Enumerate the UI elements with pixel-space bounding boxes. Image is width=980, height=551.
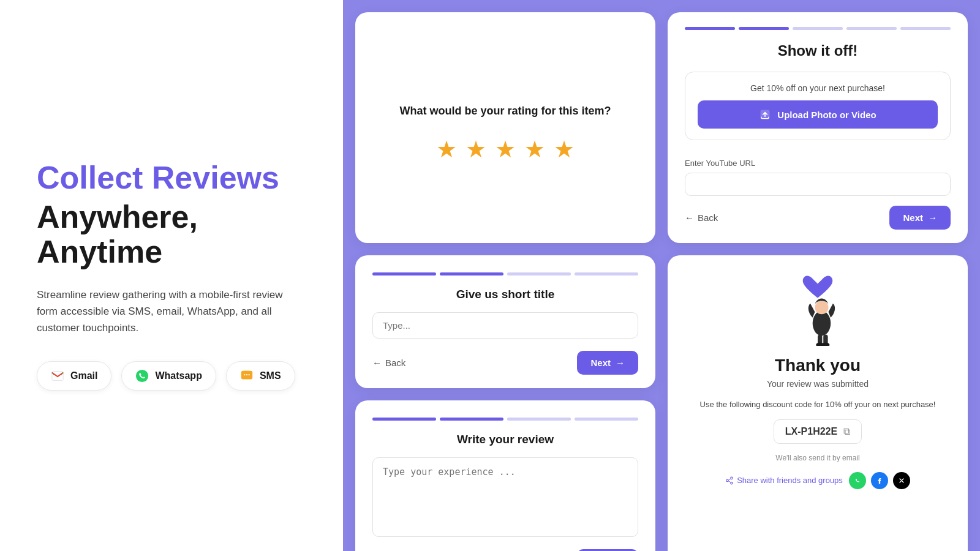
channel-buttons: Gmail Whatsapp SMS xyxy=(37,361,306,391)
svg-point-4 xyxy=(246,374,247,375)
gmail-button[interactable]: Gmail xyxy=(37,361,111,391)
dot-3 xyxy=(793,27,843,30)
back-arrow-icon: ← xyxy=(372,358,382,368)
share-icons xyxy=(849,472,910,489)
title-input[interactable] xyxy=(372,312,638,339)
title-next-label: Next xyxy=(590,358,611,368)
svg-point-12 xyxy=(821,342,829,346)
collect-reviews-title: Collect Reviews xyxy=(37,160,306,195)
title-step-dots xyxy=(372,272,638,276)
share-row: Share with friends and groups xyxy=(725,472,910,489)
dot-3 xyxy=(507,418,571,421)
person-illustration-icon xyxy=(784,272,851,346)
anytime-title: Anytime xyxy=(37,234,306,269)
sms-label: SMS xyxy=(260,370,281,381)
youtube-input[interactable] xyxy=(685,173,951,196)
dot-1 xyxy=(372,272,436,276)
showoff-back-button[interactable]: ← Back xyxy=(685,212,718,223)
next-arrow-icon: → xyxy=(928,212,937,223)
dot-5 xyxy=(900,27,951,30)
rating-question: What would be your rating for this item? xyxy=(400,103,611,119)
title-next-button[interactable]: Next → xyxy=(577,351,638,375)
discount-text: Get 10% off on your next purchase! xyxy=(698,83,938,93)
email-note-text: We'll also send it by email xyxy=(775,454,859,462)
share-label: Share with friends and groups xyxy=(725,476,843,485)
upload-icon xyxy=(759,108,771,121)
card-title-form: Give us short title ← Back Next → xyxy=(355,255,655,388)
gmail-label: Gmail xyxy=(70,370,97,381)
svg-point-5 xyxy=(248,374,249,375)
youtube-label: Enter YouTube URL xyxy=(685,159,951,168)
review-step-dots xyxy=(372,418,638,421)
star-3[interactable]: ★ xyxy=(495,136,516,163)
title-form-nav: ← Back Next → xyxy=(372,351,638,375)
svg-point-3 xyxy=(244,374,245,375)
next-arrow-icon: → xyxy=(616,358,625,368)
share-icon xyxy=(725,476,734,485)
sms-button[interactable]: SMS xyxy=(226,361,295,391)
description-text: Streamline review gathering with a mobil… xyxy=(37,287,294,337)
showoff-back-label: Back xyxy=(698,212,718,223)
share-text: Share with friends and groups xyxy=(737,476,843,485)
dot-2 xyxy=(440,272,503,276)
dot-4 xyxy=(846,27,897,30)
gmail-icon xyxy=(51,369,64,383)
whatsapp-icon xyxy=(135,369,149,383)
review-textarea[interactable] xyxy=(372,457,638,537)
dot-2 xyxy=(440,418,503,421)
title-back-button[interactable]: ← Back xyxy=(372,358,405,368)
whatsapp-button[interactable]: Whatsapp xyxy=(121,361,216,391)
card-rating: What would be your rating for this item?… xyxy=(355,12,655,243)
right-panel: What would be your rating for this item?… xyxy=(343,0,980,551)
showoff-nav: ← Back Next → xyxy=(685,206,951,230)
share-whatsapp-icon[interactable] xyxy=(849,472,866,489)
svg-point-15 xyxy=(731,482,733,484)
discount-code-text: LX-P1H22E xyxy=(785,426,837,437)
showoff-step-dots xyxy=(685,27,951,30)
thankyou-subtitle: Your review was submitted xyxy=(767,379,869,389)
showoff-next-label: Next xyxy=(903,212,923,223)
dot-4 xyxy=(575,272,638,276)
star-2[interactable]: ★ xyxy=(466,136,486,163)
title-back-label: Back xyxy=(385,358,405,368)
title-form-heading: Give us short title xyxy=(372,288,638,301)
back-arrow-icon: ← xyxy=(685,212,694,223)
dot-4 xyxy=(575,418,638,421)
upload-button[interactable]: Upload Photo or Video xyxy=(698,100,938,129)
showoff-title: Show it off! xyxy=(685,42,951,59)
left-panel: Collect Reviews Anywhere, Anytime Stream… xyxy=(0,0,343,551)
card-review: Write your review ← Back Next → xyxy=(355,400,655,551)
whatsapp-label: Whatsapp xyxy=(155,370,202,381)
discount-code-box: LX-P1H22E ⧉ xyxy=(774,419,862,444)
anywhere-title: Anywhere, xyxy=(37,200,306,234)
star-1[interactable]: ★ xyxy=(436,136,457,163)
svg-point-7 xyxy=(813,311,831,336)
share-facebook-icon[interactable] xyxy=(871,472,888,489)
upload-label: Upload Photo or Video xyxy=(777,110,876,120)
svg-point-14 xyxy=(726,479,729,482)
copy-icon[interactable]: ⧉ xyxy=(843,426,850,437)
showoff-next-button[interactable]: Next → xyxy=(889,206,951,230)
review-heading: Write your review xyxy=(372,433,638,446)
dot-3 xyxy=(507,272,571,276)
dot-1 xyxy=(685,27,735,30)
svg-point-1 xyxy=(136,369,148,381)
sms-icon xyxy=(240,369,254,383)
svg-point-8 xyxy=(815,301,828,314)
star-4[interactable]: ★ xyxy=(524,136,545,163)
discount-box: Get 10% off on your next purchase! Uploa… xyxy=(685,72,951,140)
share-x-icon[interactable] xyxy=(893,472,910,489)
dot-2 xyxy=(739,27,789,30)
discount-info-text: Use the following discount code for 10% … xyxy=(700,399,936,411)
card-showoff: Show it off! Get 10% off on your next pu… xyxy=(668,12,968,243)
svg-point-13 xyxy=(731,477,733,479)
thankyou-illustration xyxy=(784,272,851,346)
thankyou-title: Thank you xyxy=(775,356,861,375)
star-5[interactable]: ★ xyxy=(554,136,575,163)
dot-1 xyxy=(372,418,436,421)
stars-container: ★ ★ ★ ★ ★ xyxy=(436,136,575,163)
card-thankyou: Thank you Your review was submitted Use … xyxy=(668,255,968,551)
